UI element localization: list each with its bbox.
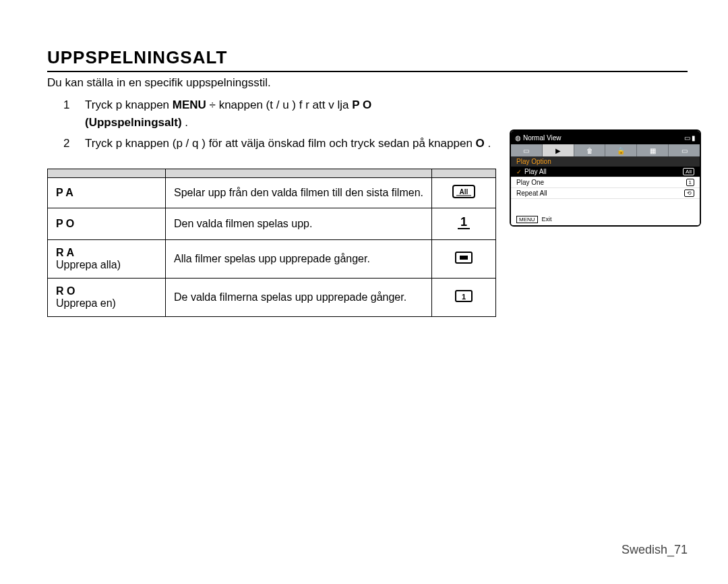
table-row: R A Upprepa alla) Alla filmer spelas upp…	[48, 239, 496, 278]
step-text: Tryck p knappen (p / q ) för att välja ö…	[85, 135, 491, 152]
step-number: 2	[63, 135, 75, 152]
tab-icon-6[interactable]: ▭	[669, 144, 700, 156]
svg-text:1: 1	[460, 215, 467, 229]
sd-icon: ▭	[684, 134, 690, 142]
tab-icon-3[interactable]: 🗑	[574, 144, 606, 156]
repeat-one-icon: 1	[454, 289, 474, 305]
tab-icon-1[interactable]: ▭	[511, 144, 543, 156]
screen-tabs: ▭ ▶ 🗑 🔒 ▦ ▭	[511, 144, 700, 156]
heading-rule	[47, 71, 688, 72]
step-1: 1 Tryck p knappen MENU ÷ knappen (t / u …	[63, 96, 528, 131]
page-heading: UPPSPELNINGSALT	[47, 47, 688, 68]
table-row: R O Upprepa en) De valda filmerna spelas…	[48, 278, 496, 316]
svg-text:1: 1	[462, 293, 466, 301]
screen-titlebar: ◍ Normal View ▭ ▮	[511, 131, 700, 144]
table-row: P A Spelar upp från den valda filmen til…	[48, 177, 496, 208]
screen-title: Normal View	[523, 134, 562, 142]
tab-icon-2[interactable]: ▶	[543, 144, 574, 156]
tab-icon-4[interactable]: 🔒	[605, 144, 637, 156]
menu-label: MENU	[173, 98, 206, 111]
intro-text: Du kan ställa in en specifik uppspelning…	[47, 76, 688, 90]
tab-icon-5[interactable]: ▦	[637, 144, 669, 156]
screen-option-play-one[interactable]: Play One 1	[511, 177, 700, 188]
camera-screen: ◍ Normal View ▭ ▮ ▭ ▶ 🗑 🔒 ▦ ▭ Play Optio…	[510, 129, 701, 227]
col-header-1	[48, 169, 166, 177]
step-number: 1	[63, 96, 75, 131]
col-header-2	[166, 169, 432, 177]
screen-option-play-all[interactable]: ✓Play All All	[511, 167, 700, 177]
table-row: P O Den valda filmen spelas upp. 1	[48, 208, 496, 239]
battery-icon: ▮	[692, 134, 696, 142]
screen-option-repeat-all[interactable]: Repeat All ⟲	[511, 188, 700, 199]
repeat-all-icon	[454, 250, 474, 267]
screen-option-list: ✓Play All All Play One 1 Repeat All ⟲	[511, 167, 700, 199]
svg-rect-6	[460, 256, 468, 260]
page-footer: Swedish_71	[621, 543, 688, 557]
screen-section-title: Play Option	[511, 156, 700, 167]
col-header-3	[431, 169, 495, 177]
step-text: Tryck p knappen MENU ÷ knappen (t / u ) …	[85, 96, 371, 131]
steps-list: 1 Tryck p knappen MENU ÷ knappen (t / u …	[63, 96, 528, 152]
play-all-icon: All	[452, 185, 475, 200]
menu-button[interactable]: MENU	[516, 216, 538, 223]
svg-text:All: All	[460, 188, 468, 196]
exit-label: Exit	[542, 216, 552, 223]
play-one-icon: 1	[452, 215, 475, 232]
step-2: 2 Tryck p knappen (p / q ) för att välja…	[63, 135, 528, 152]
options-table: P A Spelar upp från den valda filmen til…	[47, 169, 496, 317]
check-icon: ✓	[516, 169, 522, 175]
globe-icon: ◍	[515, 134, 521, 142]
screen-footer: MENU Exit	[511, 213, 700, 225]
